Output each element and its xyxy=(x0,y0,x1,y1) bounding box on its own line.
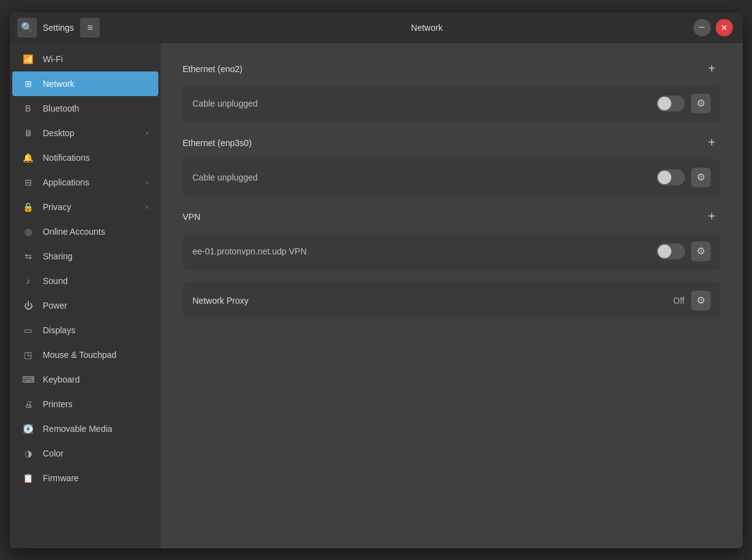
privacy-chevron-icon: › xyxy=(146,203,148,211)
titlebar-left: 🔍 Settings ≡ xyxy=(10,18,161,38)
sidebar-item-firmware[interactable]: 📋Firmware xyxy=(12,466,158,490)
sidebar-label-displays: Displays xyxy=(43,325,148,335)
add-button-ethernet-enp3s0[interactable]: + xyxy=(703,134,721,152)
titlebar: 🔍 Settings ≡ Network − ✕ xyxy=(10,12,743,43)
sidebar-item-network[interactable]: ⊞Network xyxy=(12,71,158,96)
sidebar-item-notifications[interactable]: 🔔Notifications xyxy=(12,145,158,170)
sidebar: 📶Wi-Fi⊞NetworkBBluetooth🖥Desktop›🔔Notifi… xyxy=(10,43,161,548)
section-ethernet-enp3s0: Ethernet (enp3s0)+Cable unplugged⚙ xyxy=(183,134,721,196)
card-row-vpn-0: ee-01.protonvpn.net.udp VPN⚙ xyxy=(183,233,721,270)
sidebar-item-removable-media[interactable]: 💽Removable Media xyxy=(12,416,158,441)
add-button-ethernet-eno2[interactable]: + xyxy=(703,60,721,78)
section-header-ethernet-eno2: Ethernet (eno2)+ xyxy=(183,60,721,85)
sidebar-item-printers[interactable]: 🖨Printers xyxy=(12,392,158,416)
removable-media-icon: 💽 xyxy=(22,423,34,435)
sidebar-label-wifi: Wi-Fi xyxy=(43,54,148,64)
section-title-ethernet-eno2: Ethernet (eno2) xyxy=(183,64,243,74)
power-icon: ⏻ xyxy=(22,299,34,312)
sidebar-label-bluetooth: Bluetooth xyxy=(43,103,148,113)
card-ethernet-eno2: Cable unplugged⚙ xyxy=(183,85,721,122)
toggle-wrapper-vpn-0: ⚙ xyxy=(657,241,711,261)
gear-button-vpn-0[interactable]: ⚙ xyxy=(691,241,711,261)
card-row-ethernet-enp3s0-0: Cable unplugged⚙ xyxy=(183,159,721,196)
sidebar-label-network: Network xyxy=(43,79,148,89)
close-button[interactable]: ✕ xyxy=(716,19,733,36)
online-accounts-icon: ◎ xyxy=(22,225,34,238)
sharing-icon: ⇆ xyxy=(22,250,34,262)
notifications-icon: 🔔 xyxy=(22,152,34,164)
toggle-wrapper-ethernet-enp3s0-0: ⚙ xyxy=(657,168,711,187)
search-button[interactable]: 🔍 xyxy=(17,18,37,38)
sidebar-item-sharing[interactable]: ⇆Sharing xyxy=(12,244,158,269)
settings-title: Settings xyxy=(43,23,75,33)
section-ethernet-eno2: Ethernet (eno2)+Cable unplugged⚙ xyxy=(183,60,721,122)
sidebar-item-desktop[interactable]: 🖥Desktop› xyxy=(12,121,158,145)
sidebar-label-notifications: Notifications xyxy=(43,153,148,163)
sidebar-item-wifi[interactable]: 📶Wi-Fi xyxy=(12,47,158,71)
keyboard-icon: ⌨ xyxy=(22,373,34,386)
sidebar-label-color: Color xyxy=(43,448,148,458)
sidebar-item-displays[interactable]: ▭Displays xyxy=(12,318,158,343)
sound-icon: ♪ xyxy=(22,275,34,287)
sidebar-label-applications: Applications xyxy=(43,177,137,187)
desktop-icon: 🖥 xyxy=(22,127,34,139)
section-proxy: Network ProxyOff⚙ xyxy=(183,282,721,319)
toggle-ethernet-enp3s0-0[interactable] xyxy=(657,169,685,185)
section-title-vpn: VPN xyxy=(183,212,201,222)
proxy-status: Off xyxy=(673,296,684,306)
mouse-touchpad-icon: ◳ xyxy=(22,349,34,361)
color-icon: ◑ xyxy=(22,447,34,460)
toggle-wrapper-ethernet-eno2-0: ⚙ xyxy=(657,94,711,113)
sidebar-item-bluetooth[interactable]: BBluetooth xyxy=(12,96,158,121)
card-row-label-ethernet-eno2-0: Cable unplugged xyxy=(193,99,657,108)
sidebar-label-keyboard: Keyboard xyxy=(43,375,148,384)
sidebar-label-sound: Sound xyxy=(43,276,148,286)
sidebar-label-sharing: Sharing xyxy=(43,251,148,261)
section-vpn: VPN+ee-01.protonvpn.net.udp VPN⚙ xyxy=(183,208,721,270)
main-content: 📶Wi-Fi⊞NetworkBBluetooth🖥Desktop›🔔Notifi… xyxy=(10,43,743,548)
proxy-label: Network Proxy xyxy=(193,296,674,306)
titlebar-center: Network xyxy=(161,23,693,33)
wifi-icon: 📶 xyxy=(22,53,34,65)
card-row-label-ethernet-enp3s0-0: Cable unplugged xyxy=(193,172,657,182)
bluetooth-icon: B xyxy=(22,102,34,115)
proxy-gear-button[interactable]: ⚙ xyxy=(691,291,711,310)
card-ethernet-enp3s0: Cable unplugged⚙ xyxy=(183,159,721,196)
minimize-button[interactable]: − xyxy=(693,19,711,36)
sidebar-label-mouse-touchpad: Mouse & Touchpad xyxy=(43,350,148,360)
sidebar-label-online-accounts: Online Accounts xyxy=(43,227,148,237)
privacy-icon: 🔒 xyxy=(22,201,34,213)
sidebar-item-color[interactable]: ◑Color xyxy=(12,441,158,466)
sidebar-label-privacy: Privacy xyxy=(43,202,137,212)
network-icon: ⊞ xyxy=(22,78,34,90)
sidebar-label-firmware: Firmware xyxy=(43,473,148,483)
sidebar-label-power: Power xyxy=(43,301,148,310)
section-header-ethernet-enp3s0: Ethernet (enp3s0)+ xyxy=(183,134,721,159)
applications-icon: ⊟ xyxy=(22,176,34,189)
content-area: Ethernet (eno2)+Cable unplugged⚙Ethernet… xyxy=(161,43,743,548)
displays-icon: ▭ xyxy=(22,324,34,336)
card-row-ethernet-eno2-0: Cable unplugged⚙ xyxy=(183,85,721,122)
proxy-card: Network ProxyOff⚙ xyxy=(183,282,721,319)
sidebar-item-keyboard[interactable]: ⌨Keyboard xyxy=(12,367,158,392)
menu-button[interactable]: ≡ xyxy=(80,18,100,38)
sidebar-label-printers: Printers xyxy=(43,399,148,409)
sidebar-item-privacy[interactable]: 🔒Privacy› xyxy=(12,195,158,219)
gear-button-ethernet-eno2-0[interactable]: ⚙ xyxy=(691,94,711,113)
settings-window: 🔍 Settings ≡ Network − ✕ 📶Wi-Fi⊞NetworkB… xyxy=(10,12,743,548)
sidebar-item-sound[interactable]: ♪Sound xyxy=(12,269,158,293)
sidebar-item-applications[interactable]: ⊟Applications› xyxy=(12,170,158,195)
sidebar-item-power[interactable]: ⏻Power xyxy=(12,293,158,318)
sidebar-item-online-accounts[interactable]: ◎Online Accounts xyxy=(12,219,158,244)
card-row-label-vpn-0: ee-01.protonvpn.net.udp VPN xyxy=(193,246,657,256)
toggle-ethernet-eno2-0[interactable] xyxy=(657,95,685,112)
gear-button-ethernet-enp3s0-0[interactable]: ⚙ xyxy=(691,168,711,187)
sidebar-item-mouse-touchpad[interactable]: ◳Mouse & Touchpad xyxy=(12,343,158,367)
desktop-chevron-icon: › xyxy=(146,129,148,137)
toggle-vpn-0[interactable] xyxy=(657,243,685,259)
section-header-vpn: VPN+ xyxy=(183,208,721,233)
add-button-vpn[interactable]: + xyxy=(703,208,721,225)
page-title: Network xyxy=(411,23,442,33)
sidebar-label-desktop: Desktop xyxy=(43,128,137,138)
firmware-icon: 📋 xyxy=(22,472,34,484)
